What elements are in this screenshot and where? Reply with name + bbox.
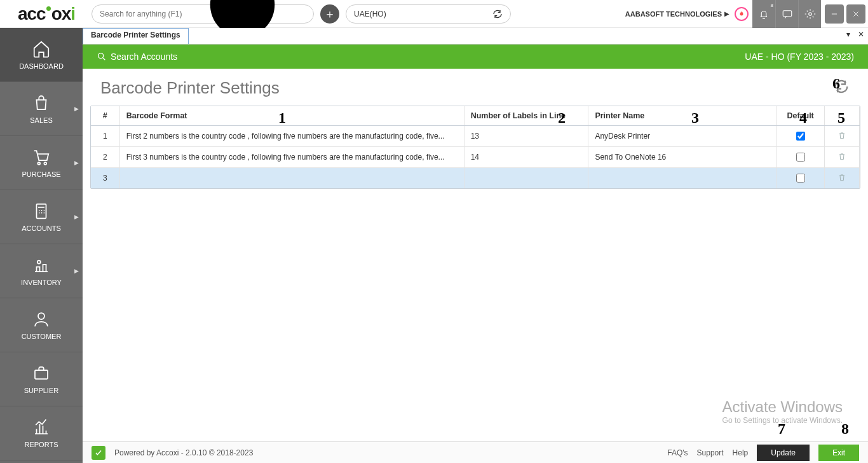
nav-label: DASHBOARD (19, 62, 64, 70)
update-button[interactable]: Update (757, 445, 810, 461)
footer-help[interactable]: Help (733, 448, 749, 457)
row-format[interactable] (119, 168, 464, 189)
branch-name: UAE(HO) (354, 10, 386, 18)
check-icon (94, 448, 103, 457)
left-nav: DASHBOARD SALES ▶ PURCHASE ▶ ACCOUNTS ▶ … (0, 28, 83, 463)
company-caret-icon[interactable]: ▶ (724, 10, 729, 17)
svg-point-3 (37, 162, 40, 165)
nav-label: REPORTS (25, 441, 58, 448)
nav-purchase[interactable]: PURCHASE ▶ (0, 136, 83, 190)
row-default-checkbox[interactable] (796, 132, 805, 141)
settings-button[interactable] (798, 0, 821, 28)
chevron-right-icon: ▶ (74, 214, 79, 220)
row-default-checkbox[interactable] (796, 153, 805, 162)
footer-bar: Powered by Accoxi - 2.0.10 © 2018-2023 F… (83, 441, 868, 463)
row-labels[interactable] (464, 168, 588, 189)
table-row[interactable]: 2 First 3 numbers is the country code , … (91, 147, 860, 168)
calculator-icon (32, 202, 51, 221)
bell-icon (758, 8, 770, 20)
nav-sales[interactable]: SALES ▶ (0, 82, 83, 136)
top-bar: accoxi ＋ UAE(HO) AABASOFT TECHNOLOGIES ▶… (0, 0, 868, 28)
refresh-button[interactable] (832, 78, 850, 98)
table-row[interactable]: 3 (91, 168, 860, 189)
context-bar: Search Accounts UAE - HO (FY 2023 - 2023… (83, 45, 868, 69)
main-column: Barcode Printer Settings ▾ ✕ Search Acco… (83, 28, 868, 463)
nav-customer[interactable]: CUSTOMER (0, 298, 83, 352)
trash-icon (837, 152, 846, 161)
row-default-checkbox[interactable] (796, 174, 805, 183)
branch-selector[interactable]: UAE(HO) (346, 4, 511, 24)
svg-point-7 (38, 313, 44, 319)
nav-label: INVENTORY (21, 279, 62, 286)
row-labels[interactable]: 14 (464, 147, 588, 168)
row-format[interactable]: First 2 numbers is the country code , fo… (119, 126, 464, 147)
svg-rect-1 (783, 10, 792, 16)
nav-label: ACCOUNTS (22, 225, 61, 232)
cart-icon (32, 148, 51, 167)
close-button[interactable] (846, 4, 865, 24)
footer-support[interactable]: Support (697, 448, 724, 457)
grid-header-row: # Barcode Format Number of Labels in Lin… (91, 106, 860, 126)
global-search[interactable] (92, 4, 314, 24)
footer-powered-by: Powered by Accoxi - 2.0.10 © 2018-2023 (114, 448, 253, 457)
notifications-count: 8 (771, 3, 773, 8)
delete-row-button[interactable] (837, 175, 846, 184)
inventory-icon (32, 256, 51, 275)
hot-badge[interactable] (735, 7, 749, 21)
exit-button[interactable]: Exit (818, 445, 859, 461)
tab-label: Barcode Printer Settings (91, 31, 180, 39)
quick-add-button[interactable]: ＋ (320, 4, 339, 24)
col-default[interactable]: Default (776, 106, 824, 126)
chevron-right-icon: ▶ (74, 106, 79, 112)
row-printer[interactable]: AnyDesk Printer (588, 126, 776, 147)
page-header: Barcode Printer Settings (83, 69, 868, 102)
company-name: AABASOFT TECHNOLOGIES (625, 10, 722, 18)
tab-minimize-icon[interactable]: ▾ (843, 28, 854, 44)
delete-row-button[interactable] (837, 154, 846, 163)
tab-barcode-settings[interactable]: Barcode Printer Settings (83, 28, 189, 44)
gear-icon (804, 8, 816, 20)
row-format[interactable]: First 3 numbers is the country code , fo… (119, 147, 464, 168)
nav-accounts[interactable]: ACCOUNTS ▶ (0, 190, 83, 244)
row-printer[interactable] (588, 168, 776, 189)
delete-row-button[interactable] (837, 133, 846, 142)
footer-logo (92, 446, 105, 460)
col-number[interactable]: # (91, 106, 119, 126)
app-logo-text: accoxi (18, 4, 75, 24)
tab-strip: Barcode Printer Settings ▾ ✕ (83, 28, 868, 45)
trash-icon (837, 173, 846, 182)
col-printer-name[interactable]: Printer Name (588, 106, 776, 126)
svg-point-4 (44, 162, 46, 165)
close-icon (851, 10, 860, 18)
search-accounts-link[interactable]: Search Accounts (97, 52, 177, 62)
nav-label: CUSTOMER (22, 333, 62, 340)
trash-icon (837, 131, 846, 140)
global-search-input[interactable] (98, 9, 196, 19)
row-number: 1 (91, 126, 119, 147)
col-delete (824, 106, 859, 126)
minimize-button[interactable] (825, 4, 844, 24)
chat-button[interactable] (775, 0, 798, 28)
nav-label: PURCHASE (22, 170, 60, 178)
nav-label: SUPPLIER (24, 387, 58, 394)
col-barcode-format[interactable]: Barcode Format (119, 106, 464, 126)
nav-supplier[interactable]: SUPPLIER (0, 352, 83, 406)
nav-reports[interactable]: REPORTS (0, 406, 83, 460)
page-title: Barcode Printer Settings (100, 78, 280, 98)
row-printer[interactable]: Send To OneNote 16 (588, 147, 776, 168)
nav-inventory[interactable]: INVENTORY ▶ (0, 244, 83, 298)
chat-icon (782, 8, 793, 20)
row-number: 3 (91, 168, 119, 189)
tab-close-icon[interactable]: ✕ (854, 28, 868, 44)
notifications-button[interactable]: 8 (752, 0, 775, 28)
svg-rect-8 (35, 370, 48, 379)
nav-dashboard[interactable]: DASHBOARD (0, 28, 83, 82)
chevron-right-icon: ▶ (74, 268, 79, 274)
col-labels-in-line[interactable]: Number of Labels in Line (464, 106, 588, 126)
table-row[interactable]: 1 First 2 numbers is the country code , … (91, 126, 860, 147)
briefcase-icon (32, 364, 51, 383)
svg-rect-5 (37, 204, 46, 219)
row-labels[interactable]: 13 (464, 126, 588, 147)
footer-faqs[interactable]: FAQ's (667, 448, 688, 457)
chevron-right-icon: ▶ (74, 160, 79, 166)
